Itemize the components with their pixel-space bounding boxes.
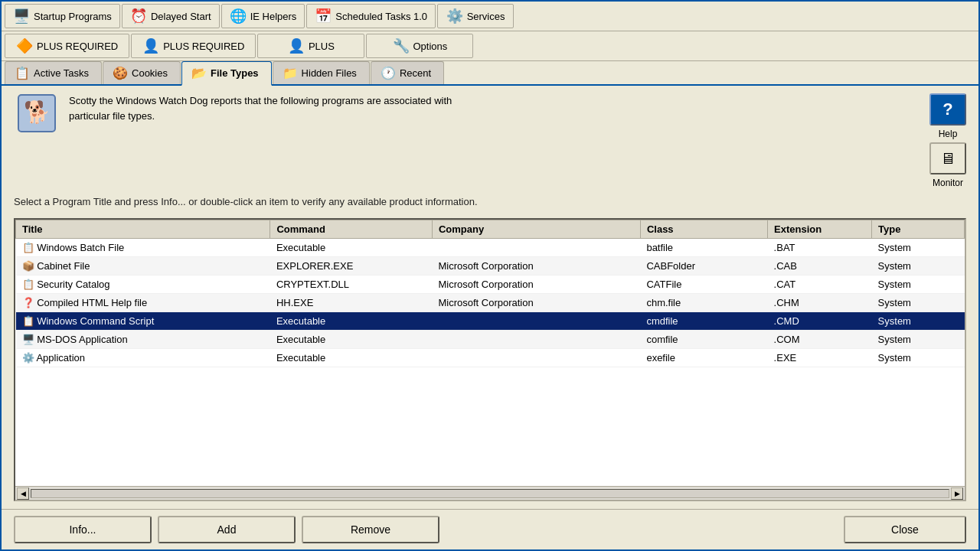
info-button-label: Info...	[69, 523, 96, 536]
tab-file-types[interactable]: 📂 File Types	[181, 61, 272, 86]
remove-button[interactable]: Remove	[302, 516, 439, 543]
plus-required-1-icon: 🔶	[16, 37, 33, 54]
row-title: ⚙️ Application	[16, 349, 270, 367]
delayed-start-button[interactable]: ⏰ Delayed Start	[122, 4, 220, 28]
col-class-header[interactable]: Class	[640, 220, 767, 239]
info-row: 🐕 Scotty the Windows Watch Dog reports t…	[14, 93, 966, 188]
row-company: Microsoft Corporation	[432, 257, 640, 276]
row-company	[432, 239, 640, 257]
tab-cookies-label: Cookies	[132, 67, 168, 79]
toolbar-row-2: 🔶 PLUS REQUIRED 👤 PLUS REQUIRED 👤 PLUS 🔧…	[2, 31, 978, 61]
row-extension: .COM	[768, 331, 872, 349]
row-type: System	[872, 257, 965, 276]
monitor-button[interactable]: 🖥	[929, 142, 966, 174]
close-button[interactable]: Close	[844, 516, 966, 543]
table-row[interactable]: ⚙️ Application Executable exefile .EXE S…	[16, 349, 965, 367]
row-title-text: Windows Command Script	[37, 315, 154, 327]
row-class: comfile	[640, 331, 767, 349]
row-class: CABFolder	[640, 257, 767, 276]
row-type: System	[872, 294, 965, 312]
tab-hidden-files-label: Hidden Files	[302, 67, 357, 79]
row-company: Microsoft Corporation	[432, 294, 640, 312]
row-icon: 📋	[22, 242, 34, 253]
row-command: Executable	[270, 331, 433, 349]
row-title-text: Application	[36, 352, 85, 364]
scotty-icon: 🐕	[14, 93, 60, 140]
row-icon: 📦	[22, 260, 34, 272]
col-extension-header[interactable]: Extension	[768, 220, 872, 239]
row-type: System	[872, 349, 965, 367]
row-type: System	[872, 331, 965, 349]
scroll-right-arrow[interactable]: ▶	[951, 487, 963, 500]
row-icon: ❓	[22, 297, 34, 308]
row-extension: .CAB	[768, 257, 872, 276]
plus-required-1-button[interactable]: 🔶 PLUS REQUIRED	[5, 34, 129, 58]
cookies-icon: 🍪	[113, 66, 128, 80]
col-command-header[interactable]: Command	[270, 220, 433, 239]
table-row[interactable]: 📦 Cabinet File EXPLORER.EXE Microsoft Co…	[16, 257, 965, 276]
services-icon: ⚙️	[446, 8, 463, 24]
scheduled-tasks-button[interactable]: 📅 Scheduled Tasks 1.0	[306, 4, 436, 28]
table-row[interactable]: 🖥️ MS-DOS Application Executable comfile…	[16, 331, 965, 349]
file-types-icon: 📂	[191, 66, 207, 80]
info-description: Scotty the Windows Watch Dog reports tha…	[69, 93, 920, 123]
plus-icon: 👤	[288, 37, 305, 54]
col-company-header[interactable]: Company	[432, 220, 640, 239]
scheduled-tasks-label: Scheduled Tasks 1.0	[335, 11, 427, 22]
tab-recent[interactable]: 🕐 Recent	[371, 61, 444, 84]
table-row[interactable]: 📋 Security Catalog CRYPTEXT.DLL Microsof…	[16, 276, 965, 294]
row-title: ❓ Compiled HTML Help file	[16, 294, 270, 312]
monitor-icon: 🖥	[940, 150, 956, 168]
main-window: 🖥️ Startup Programs ⏰ Delayed Start 🌐 IE…	[0, 0, 980, 551]
add-button[interactable]: Add	[158, 516, 296, 543]
row-type: System	[872, 312, 965, 331]
plus-required-1-label: PLUS REQUIRED	[37, 41, 118, 52]
hidden-files-icon: 📁	[283, 66, 298, 80]
plus-button[interactable]: 👤 PLUS	[257, 34, 364, 58]
table-row[interactable]: 📋 Windows Command Script Executable cmdf…	[16, 312, 965, 331]
tab-hidden-files[interactable]: 📁 Hidden Files	[273, 61, 370, 84]
services-button[interactable]: ⚙️ Services	[437, 4, 514, 28]
row-type: System	[872, 239, 965, 257]
tab-cookies[interactable]: 🍪 Cookies	[103, 61, 181, 84]
table-scroll-area[interactable]: Title Command Company Class Extension Ty…	[15, 220, 965, 486]
col-title-header[interactable]: Title	[16, 220, 270, 239]
tab-active-tasks[interactable]: 📋 Active Tasks	[5, 61, 102, 84]
tab-recent-label: Recent	[400, 67, 431, 79]
row-title: 📋 Windows Batch File	[16, 239, 270, 257]
active-tasks-icon: 📋	[15, 66, 30, 80]
info-button[interactable]: Info...	[14, 516, 152, 543]
row-class: chm.file	[640, 294, 767, 312]
row-title: 🖥️ MS-DOS Application	[16, 331, 270, 349]
row-company	[432, 312, 640, 331]
row-class: batfile	[640, 239, 767, 257]
delayed-start-icon: ⏰	[130, 8, 147, 24]
delayed-start-label: Delayed Start	[151, 11, 211, 22]
row-class: cmdfile	[640, 312, 767, 331]
scroll-track[interactable]	[31, 489, 949, 498]
table-row[interactable]: 📋 Windows Batch File Executable batfile …	[16, 239, 965, 257]
info-line1: Scotty the Windows Watch Dog reports tha…	[69, 93, 920, 109]
table-row[interactable]: ❓ Compiled HTML Help file HH.EXE Microso…	[16, 294, 965, 312]
ie-helpers-button[interactable]: 🌐 IE Helpers	[221, 4, 305, 28]
row-company	[432, 331, 640, 349]
scroll-left-arrow[interactable]: ◀	[17, 487, 29, 500]
scheduled-tasks-icon: 📅	[315, 8, 332, 24]
toolbar-row-1: 🖥️ Startup Programs ⏰ Delayed Start 🌐 IE…	[2, 2, 978, 31]
bottom-bar: Info... Add Remove Close	[2, 509, 978, 549]
options-button[interactable]: 🔧 Options	[366, 34, 473, 58]
horizontal-scrollbar[interactable]: ◀ ▶	[15, 486, 965, 500]
table-body: 📋 Windows Batch File Executable batfile …	[16, 239, 965, 367]
select-hint: Select a Program Title and press Info...…	[14, 194, 966, 212]
options-icon: 🔧	[393, 37, 410, 54]
help-button[interactable]: ?	[929, 93, 966, 126]
row-title-text: Security Catalog	[37, 279, 109, 290]
file-types-table-wrapper: Title Command Company Class Extension Ty…	[14, 218, 966, 501]
row-extension: .CMD	[768, 312, 872, 331]
plus-required-2-label: PLUS REQUIRED	[163, 41, 244, 52]
startup-programs-button[interactable]: 🖥️ Startup Programs	[5, 4, 120, 28]
row-title: 📋 Security Catalog	[16, 276, 270, 294]
row-type: System	[872, 276, 965, 294]
plus-required-2-button[interactable]: 👤 PLUS REQUIRED	[131, 34, 256, 58]
col-type-header[interactable]: Type	[872, 220, 965, 239]
